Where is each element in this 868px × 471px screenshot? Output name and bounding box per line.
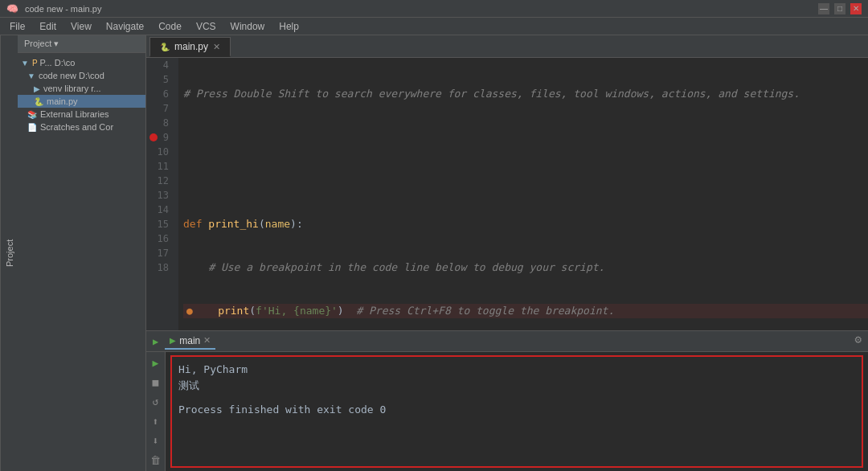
tree-item-extlib[interactable]: 📚 External Libraries: [18, 108, 145, 121]
tab-py-icon: 🐍: [160, 43, 170, 51]
editor-tab-mainpy[interactable]: 🐍 main.py ✕: [149, 37, 231, 57]
maximize-button[interactable]: □: [834, 3, 845, 14]
titlebar: 🧠 code new - main.py — □ ✕: [0, 0, 868, 18]
menu-edit[interactable]: Edit: [33, 19, 63, 34]
menu-file[interactable]: File: [3, 19, 31, 34]
tree-item-codenew[interactable]: ▼ code new D:\cod: [18, 69, 145, 82]
settings-button[interactable]: ⚙: [855, 333, 862, 346]
indent-9: [193, 304, 218, 318]
gutter-line-15: 15: [146, 217, 174, 231]
comment-9: # Press Ctrl+F8 to toggle the breakpoint…: [344, 304, 615, 318]
menu-navigate[interactable]: Navigate: [100, 19, 150, 34]
py-file-icon: 🐍: [34, 97, 43, 106]
code-line-7: def print_hi(name):: [183, 217, 868, 231]
breakpoint-dot: [149, 133, 158, 141]
gutter-line-17: 17: [146, 246, 174, 260]
output-line3: [178, 394, 855, 402]
extlib-label: External Libraries: [40, 109, 109, 119]
window-title: code new - main.py: [25, 4, 101, 14]
gutter-line-5: 5: [146, 72, 174, 87]
menu-code[interactable]: Code: [152, 19, 188, 34]
run-output: Hi, PyCharm 测试 Process finished with exi…: [166, 352, 868, 471]
indent-8: [183, 260, 208, 275]
close-button[interactable]: ✕: [850, 3, 862, 14]
line-number-gutter: 4 5 6 7 8 9 10 11 12 13 14 15 16: [146, 58, 178, 330]
run-output-box: Hi, PyCharm 测试 Process finished with exi…: [170, 355, 863, 468]
gutter-line-11: 11: [146, 159, 174, 174]
code-editor[interactable]: 4 5 6 7 8 9 10 11 12 13 14 15 16: [146, 58, 868, 330]
menu-help[interactable]: Help: [272, 19, 305, 34]
gutter-line-18: 18: [146, 260, 174, 275]
gutter-line-4: 4: [146, 58, 174, 72]
output-line1: Hi, PyCharm: [178, 362, 855, 378]
comment-4: # Press Double Shift to search everywher…: [183, 87, 800, 101]
comment-8: # Use a breakpoint in the code line belo…: [208, 260, 604, 275]
tab-bar: 🐍 main.py ✕: [146, 35, 868, 58]
code-line-4: # Press Double Shift to search everywher…: [183, 87, 868, 101]
codenew-label: code new D:\cod: [39, 71, 104, 80]
stop-button[interactable]: ■: [148, 375, 164, 389]
code-line-8: # Use a breakpoint in the code line belo…: [183, 260, 868, 275]
p-icon: P: [32, 59, 38, 68]
run-tab-main[interactable]: ▶ main ✕: [165, 334, 215, 350]
run-tab-close[interactable]: ✕: [203, 335, 211, 346]
gutter-line-6: 6: [146, 87, 174, 101]
gutter-line-14: 14: [146, 203, 174, 217]
run-panel: ▶ ▶ main ✕ ⚙ ▶ ■ ↺ ⬆ ⬇ 🗑: [146, 330, 868, 471]
project-panel: Project ▾ ▼ P P... D:\co ▼ code new D:\c…: [18, 35, 146, 471]
scroll-top-button[interactable]: ⬆: [148, 414, 164, 428]
scratch-icon: 📄: [27, 123, 37, 132]
folder-icon: ▼: [21, 59, 29, 68]
editor-run-split: 4 5 6 7 8 9 10 11 12 13 14 15 16: [146, 58, 868, 471]
run-tab-label: main: [179, 335, 200, 346]
menu-window[interactable]: Window: [224, 19, 272, 34]
gutter-line-9: 9: [146, 130, 174, 145]
main-layout: Project Project ▾ ▼ P P... D:\co ▼ code …: [0, 35, 868, 471]
run-tab-icon: ▶: [170, 336, 176, 345]
run-content-area: ▶ ■ ↺ ⬆ ⬇ 🗑 Hi, PyCharm 测试 Process finis…: [146, 352, 868, 471]
clear-button[interactable]: 🗑: [148, 453, 164, 468]
code-line-5: [183, 130, 868, 145]
paren-open: (: [259, 217, 265, 231]
param-name: name: [265, 217, 290, 231]
tree-item-scratches[interactable]: 📄 Scratches and Cor: [18, 121, 145, 133]
tree-item-root[interactable]: ▼ P P... D:\co: [18, 56, 145, 69]
menu-view[interactable]: View: [64, 19, 98, 34]
project-tree: ▼ P P... D:\co ▼ code new D:\cod ▶ venv …: [18, 53, 145, 471]
code-line-9: ● print(f'Hi, {name}') # Press Ctrl+F8 t…: [183, 304, 868, 318]
menu-vcs[interactable]: VCS: [190, 19, 223, 34]
run-again-button[interactable]: ▶: [148, 355, 164, 370]
tab-close-button[interactable]: ✕: [213, 42, 220, 52]
debugger-arrow: ●: [186, 304, 193, 318]
folder-closed-icon: ▶: [34, 84, 40, 93]
gutter-line-16: 16: [146, 231, 174, 246]
run-green-icon: ▶: [153, 336, 158, 347]
minimize-button[interactable]: —: [818, 3, 829, 14]
fn-print-9: print: [218, 304, 249, 318]
tab-label: main.py: [174, 41, 208, 52]
run-toolbar: ▶ ■ ↺ ⬆ ⬇ 🗑: [146, 352, 166, 471]
venv-label: venv library r...: [43, 84, 101, 93]
project-panel-toggle[interactable]: Project: [0, 35, 18, 471]
editor-area: 🐍 main.py ✕ 4 5 6 7 8 9 10: [146, 35, 868, 471]
project-tab: Project ▾: [18, 35, 145, 53]
tree-item-mainpy[interactable]: 🐍 main.py: [18, 95, 145, 108]
rerun-button[interactable]: ↺: [148, 395, 164, 409]
app-icon: 🧠: [6, 3, 18, 14]
kw-def: def: [183, 217, 208, 231]
folder-open-icon: ▼: [27, 72, 35, 80]
output-line2: 测试: [178, 378, 855, 394]
menubar: File Edit View Navigate Code VCS Window …: [0, 18, 868, 35]
gutter-line-12: 12: [146, 174, 174, 188]
window-controls: — □ ✕: [818, 3, 862, 14]
run-tab-bar: ▶ ▶ main ✕ ⚙: [146, 331, 868, 352]
gutter-line-7: 7: [146, 101, 174, 116]
code-content[interactable]: # Press Double Shift to search everywher…: [178, 58, 868, 330]
paren-close: ):: [290, 217, 303, 231]
scratches-label: Scratches and Cor: [40, 122, 113, 132]
mainpy-label: main.py: [47, 96, 78, 106]
fn-print-hi: print_hi: [208, 217, 259, 231]
gutter-line-10: 10: [146, 145, 174, 159]
scroll-bottom-button[interactable]: ⬇: [148, 433, 164, 448]
tree-item-venv[interactable]: ▶ venv library r...: [18, 82, 145, 95]
